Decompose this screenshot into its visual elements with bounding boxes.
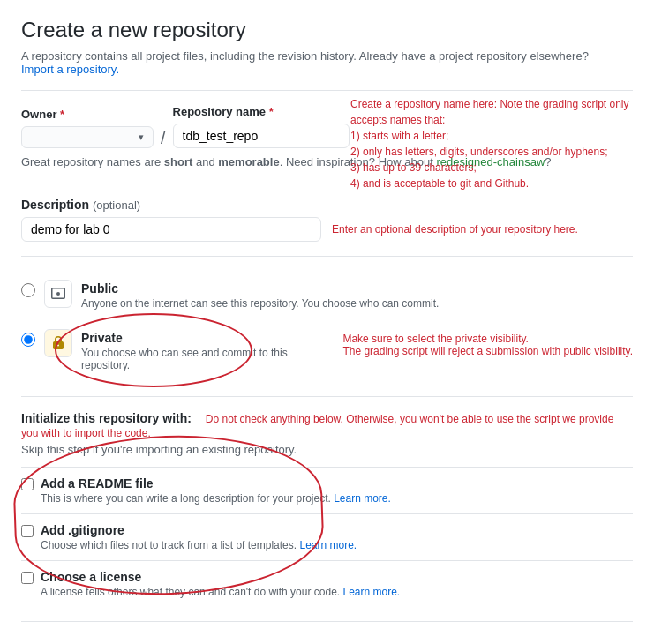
divider-4 [21,396,633,397]
private-title: Private [81,331,325,345]
public-option[interactable]: Public Anyone on the internet can see th… [21,271,633,320]
private-radio[interactable] [21,333,35,347]
owner-select[interactable]: ▾ [21,126,154,148]
readme-learn-more-link[interactable]: Learn more. [334,492,391,505]
gitignore-option: Add .gitignore Choose which files not to… [21,513,633,560]
repo-name-label: Repository name * [173,105,350,118]
readme-content: Add a README file This is where you can … [41,476,391,505]
private-icon [44,329,72,357]
license-title: Choose a license [41,570,400,584]
license-learn-more-link[interactable]: Learn more. [343,586,401,598]
license-checkbox[interactable] [21,572,34,584]
gitignore-title: Add .gitignore [41,523,357,537]
repo-name-required-star: * [269,105,274,118]
private-annotation: Make sure to select the private visibili… [342,333,633,357]
page-title: Create a new repository [21,18,633,42]
readme-option: Add a README file This is where you can … [21,467,633,513]
description-label: Description (optional) [21,198,633,212]
divider-5 [21,621,633,622]
description-group: Description (optional) Enter an optional… [21,198,633,242]
import-link[interactable]: Import a repository. [21,63,119,76]
license-desc: A license tells others what they can and… [41,586,400,598]
readme-checkbox[interactable] [21,478,34,490]
initialize-section: Initialize this repository with: Do not … [21,411,633,607]
gitignore-desc: Choose which files not to track from a l… [41,539,357,551]
owner-repo-row: Owner * ▾ / Repository name * Create a r… [21,105,633,148]
visibility-section: Public Anyone on the internet can see th… [21,271,633,382]
repo-name-field-group: Repository name * [173,105,350,148]
page-subtitle: A repository contains all project files,… [21,49,633,76]
divider-3 [21,256,633,257]
public-content: Public Anyone on the internet can see th… [81,281,633,310]
initialize-title: Initialize this repository with: [21,411,192,425]
gitignore-learn-more-link[interactable]: Learn more. [299,539,357,551]
description-input[interactable] [21,217,321,242]
owner-required-star: * [60,108,64,121]
public-icon [44,280,72,308]
license-content: Choose a license A license tells others … [41,570,400,598]
owner-label: Owner * [21,108,154,121]
private-option[interactable]: Private You choose who can see and commi… [21,320,633,382]
private-desc: You choose who can see and commit to thi… [81,347,325,371]
readme-desc: This is where you can write a long descr… [41,492,391,505]
initialize-header: Initialize this repository with: Do not … [21,411,633,439]
description-annotation: Enter an optional description of your re… [332,223,633,236]
readme-title: Add a README file [41,476,391,490]
repo-name-annotation: Create a repository name here: Note the … [350,96,633,191]
divider-1 [21,90,633,91]
chevron-down-icon: ▾ [139,131,144,143]
gitignore-checkbox[interactable] [21,525,34,537]
slash-separator: / [161,128,166,148]
description-optional: (optional) [93,198,140,212]
private-content: Private You choose who can see and commi… [81,331,325,371]
owner-field-group: Owner * ▾ [21,108,154,148]
public-title: Public [81,281,633,296]
public-desc: Anyone on the internet can see this repo… [81,297,633,310]
repo-name-input[interactable] [173,124,350,148]
description-row: Enter an optional description of your re… [21,217,633,242]
public-radio[interactable] [21,283,35,297]
initialize-subtitle: Skip this step if you're importing an ex… [21,443,633,456]
license-option: Choose a license A license tells others … [21,560,633,607]
gitignore-content: Add .gitignore Choose which files not to… [41,523,357,551]
